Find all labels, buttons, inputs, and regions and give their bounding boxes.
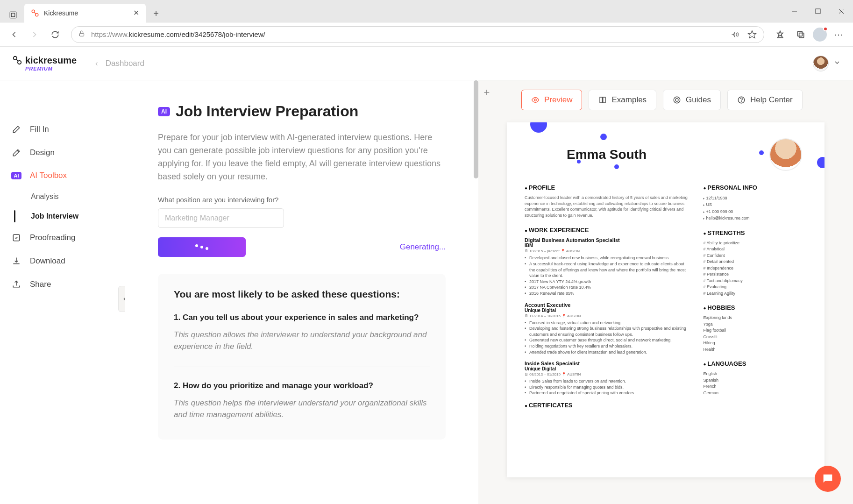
address-bar[interactable]: https://www.kickresume.com/edit/3425678/…	[71, 26, 764, 43]
tab-overview-button[interactable]	[6, 7, 21, 22]
sidebar-subitem-analysis[interactable]: Analysis	[0, 187, 125, 206]
logo-premium-badge: PREMIUM	[25, 66, 77, 71]
tab-close-icon[interactable]: ✕	[133, 8, 139, 17]
sidebar-item-download[interactable]: Download	[0, 249, 125, 273]
question-item: 1. Can you tell us about your experience…	[174, 313, 430, 367]
download-icon	[11, 256, 21, 266]
resume-bullet: Inside Sales from leads to conversion an…	[525, 378, 690, 384]
resume-preview[interactable]: Emma South PROFILE Customer-focused lead…	[507, 122, 825, 477]
sidebar-item-label: Proofreading	[30, 233, 75, 242]
resume-job: Inside Sales Specialist Unique Digital 0…	[525, 361, 690, 396]
resume-section-heading: PERSONAL INFO	[703, 184, 807, 191]
svg-point-21	[741, 101, 742, 102]
svg-point-18	[674, 97, 680, 103]
position-input[interactable]	[158, 208, 284, 228]
generate-button[interactable]	[158, 237, 246, 257]
resume-bullet: Partnered and negotiated of special pric…	[525, 390, 690, 396]
window-minimize-button[interactable]	[783, 2, 806, 21]
proofreading-icon	[11, 233, 21, 243]
resume-bullet: 2017 NA Conversion Rate 10.4%	[525, 284, 690, 291]
resume-section-heading: LANGUAGES	[703, 360, 807, 367]
resume-job-bullets: Inside Sales from leads to conversion an…	[525, 378, 690, 396]
scrollbar[interactable]	[474, 80, 478, 178]
resume-list-item: 12/11/1988	[703, 195, 807, 201]
decoration-dot	[817, 157, 825, 168]
resume-section-heading: PROFILE	[525, 184, 690, 191]
profile-avatar[interactable]	[813, 28, 827, 42]
svg-rect-1	[11, 13, 15, 17]
ai-badge-icon: AI	[11, 172, 21, 179]
resume-list-item: Health	[703, 347, 807, 353]
breadcrumb[interactable]: ‹ Dashboard	[95, 59, 144, 68]
favorites-list-icon[interactable]	[772, 26, 789, 43]
favorite-icon[interactable]	[747, 29, 757, 40]
svg-rect-13	[799, 33, 804, 37]
resume-list-item: Spanish	[703, 377, 807, 384]
sidebar-subitem-job-interview[interactable]: Job Interview	[0, 206, 125, 226]
resume-section-heading: HOBBIES	[703, 304, 807, 311]
resume-job-meta: 08/2013 – 01/2015AUSTIN	[525, 372, 690, 376]
tab-label: Help Center	[750, 95, 793, 105]
user-avatar[interactable]	[813, 56, 829, 71]
chat-fab-button[interactable]	[815, 466, 841, 492]
sidebar-item-fill-in[interactable]: Fill In	[0, 118, 125, 141]
resume-bullet: 2016 Renewal rate 85%	[525, 291, 690, 297]
browser-tab[interactable]: Kickresume ✕	[24, 4, 146, 22]
forward-button[interactable]	[26, 26, 43, 43]
add-page-button[interactable]: +	[481, 87, 492, 98]
chevron-left-icon: ‹	[95, 59, 98, 68]
resume-job-company: Unique Digital	[525, 308, 690, 313]
resume-photo	[769, 138, 802, 171]
resume-bullet: Developed and closed new business, while…	[525, 255, 690, 261]
question-description: This question helps the interviewer unde…	[174, 397, 430, 421]
resume-list-item: Hiking	[703, 340, 807, 347]
field-label: What position are you interviewing for?	[158, 196, 446, 204]
refresh-button[interactable]	[47, 26, 64, 43]
resume-section-heading: CERTIFICATES	[525, 402, 690, 409]
resume-list-item: +1 000 999 00	[703, 208, 807, 215]
resume-section-heading: STRENGTHS	[703, 229, 807, 236]
preview-tabs: Preview Examples Guides Help Center	[521, 90, 838, 110]
read-aloud-icon[interactable]	[730, 29, 740, 40]
question-text: 1. Can you tell us about your experience…	[174, 313, 430, 322]
more-menu-button[interactable]: ⋯	[831, 26, 847, 43]
sidebar-item-ai-toolbox[interactable]: AI AI Toolbox	[0, 164, 125, 187]
resume-bullet: Generated new customer base through dire…	[525, 337, 690, 343]
sidebar-item-label: Design	[30, 148, 55, 157]
resume-job-title: Inside Sales Specialist	[525, 361, 690, 366]
sidebar-item-label: Share	[30, 280, 51, 289]
collections-icon[interactable]	[792, 26, 809, 43]
tab-examples[interactable]: Examples	[589, 90, 656, 110]
svg-rect-5	[816, 9, 820, 14]
breadcrumb-label: Dashboard	[106, 59, 144, 68]
tab-guides[interactable]: Guides	[663, 90, 721, 110]
back-button[interactable]	[6, 26, 22, 43]
resume-list-item: US	[703, 201, 807, 208]
sidebar-item-design[interactable]: Design	[0, 141, 125, 164]
resume-bullet: Focused in storage, virtualization and n…	[525, 320, 690, 326]
browser-tab-bar: Kickresume ✕ +	[0, 0, 853, 22]
loading-dots-icon	[195, 246, 208, 248]
design-icon	[11, 148, 21, 158]
sidebar-item-share[interactable]: Share	[0, 273, 125, 296]
resume-list-item: Evaluating	[703, 284, 807, 291]
chevron-down-icon[interactable]	[833, 59, 841, 68]
tab-help-center[interactable]: Help Center	[727, 90, 803, 110]
resume-bullet: Directly responsible for managing quotes…	[525, 384, 690, 390]
new-tab-button[interactable]: +	[148, 6, 164, 22]
app-logo[interactable]: kickresume PREMIUM	[12, 55, 77, 71]
sidebar-item-proofreading[interactable]: Proofreading	[0, 226, 125, 249]
sidebar-item-label: AI Toolbox	[30, 171, 67, 180]
window-close-button[interactable]	[830, 2, 853, 21]
window-maximize-button[interactable]	[806, 2, 830, 21]
resume-bullet: Developing and fostering strong business…	[525, 326, 690, 337]
resume-list-item: Crossfit	[703, 334, 807, 341]
sidebar-item-label: Fill In	[30, 125, 49, 134]
chat-icon	[821, 472, 834, 485]
svg-point-19	[675, 99, 678, 101]
intro-text: Prepare for your job interview with AI-g…	[158, 131, 446, 184]
svg-rect-8	[79, 33, 84, 36]
browser-toolbar: https://www.kickresume.com/edit/3425678/…	[0, 22, 853, 47]
resume-list-item: Yoga	[703, 321, 807, 328]
tab-preview[interactable]: Preview	[521, 90, 582, 110]
